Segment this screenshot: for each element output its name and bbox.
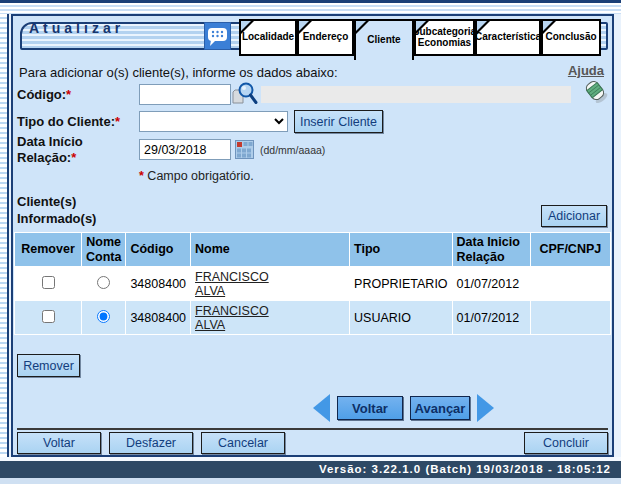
- date-format-hint: (dd/mm/aaaa): [260, 144, 325, 156]
- codigo-label: Código:*: [17, 87, 71, 102]
- calendar-icon[interactable]: [235, 140, 254, 159]
- version-status-bar: Versão: 3.22.1.0 (Batch) 19/03/2018 - 18…: [0, 461, 621, 478]
- client-type: USUARIO: [354, 311, 411, 325]
- required-field-note: * Campo obrigatório.: [139, 169, 254, 183]
- wizard-next-button[interactable]: Avançar: [410, 396, 470, 420]
- codigo-name-readonly-field: [261, 86, 571, 103]
- tab-conclus-o[interactable]: Conclusão: [541, 19, 601, 56]
- client-start-date: 01/07/2012: [457, 311, 520, 325]
- speech-bubble-icon[interactable]: [204, 22, 231, 50]
- data-inicio-input[interactable]: [139, 139, 231, 160]
- account-name-radio[interactable]: [97, 276, 110, 289]
- client-type-select[interactable]: [139, 111, 288, 132]
- footer-under-band: [0, 478, 621, 484]
- tab-caracter-stica[interactable]: Característica: [475, 19, 541, 56]
- intro-text: Para adicionar o(s) cliente(s), informe …: [19, 65, 338, 80]
- main-panel: Atualizar LocalidadeEndereçoClienteSubca…: [11, 14, 614, 457]
- wizard-back-button[interactable]: Voltar: [337, 396, 403, 420]
- col-tipo: Tipo: [350, 233, 452, 266]
- left-striped-band: [0, 14, 9, 457]
- tab-label: Endereço: [303, 32, 349, 43]
- top-striped-band: [0, 3, 621, 14]
- eraser-icon[interactable]: [582, 75, 610, 107]
- tab-label: Cliente: [367, 35, 400, 46]
- cancelar-button[interactable]: Cancelar: [201, 432, 285, 454]
- arrow-right-icon[interactable]: [477, 394, 494, 422]
- client-code: 34808400: [130, 311, 186, 325]
- clients-section-title: Cliente(s) Informado(s): [17, 194, 117, 228]
- client-name-link[interactable]: FRANCISCO ALVA: [195, 304, 290, 332]
- application-window: Atualizar LocalidadeEndereçoClienteSubca…: [0, 0, 621, 484]
- voltar-button[interactable]: Voltar: [17, 432, 101, 454]
- col-data-inicio: Data Inicio Relação: [453, 233, 530, 266]
- adicionar-button[interactable]: Adicionar: [541, 205, 607, 227]
- account-name-radio[interactable]: [97, 310, 110, 323]
- tab-label: Característica: [475, 32, 541, 43]
- divider: [17, 428, 608, 430]
- col-nome-conta: Nome Conta: [82, 233, 125, 266]
- arrow-left-icon[interactable]: [313, 394, 330, 422]
- col-remover: Remover: [15, 233, 81, 266]
- remover-button[interactable]: Remover: [17, 354, 80, 377]
- tipo-cliente-label: Tipo do Cliente:*: [17, 114, 120, 129]
- client-table-body: 34808400FRANCISCO ALVAPROPRIETARIO01/07/…: [15, 267, 610, 334]
- client-start-date: 01/07/2012: [457, 277, 520, 291]
- wizard-nav: Voltar Avançar: [313, 394, 494, 422]
- tab-localidade[interactable]: Localidade: [239, 19, 297, 56]
- tab-endere-o[interactable]: Endereço: [297, 19, 354, 56]
- client-code: 34808400: [130, 277, 186, 291]
- tab-bar: LocalidadeEndereçoClienteSubcategoria Ec…: [239, 19, 601, 59]
- col-cpf-cnpj: CPF/CNPJ: [531, 233, 610, 266]
- inserir-cliente-button[interactable]: Inserir Cliente: [294, 110, 383, 133]
- remove-checkbox[interactable]: [42, 310, 55, 323]
- page-title: Atualizar: [29, 20, 124, 36]
- tab-label: Localidade: [242, 32, 294, 43]
- tab-label: Conclusão: [545, 32, 596, 43]
- table-row: 34808400FRANCISCO ALVAUSUARIO01/07/2012: [15, 301, 610, 334]
- clients-table: Remover Nome Conta Código Nome Tipo Data…: [14, 232, 611, 335]
- search-icon[interactable]: [232, 81, 258, 107]
- tab-subcategoria-economias[interactable]: Subcategoria Economias: [414, 19, 475, 56]
- concluir-button[interactable]: Concluir: [524, 432, 608, 454]
- data-inicio-label: Data Início Relação:*: [17, 134, 103, 167]
- col-codigo: Código: [126, 233, 190, 266]
- table-header-row: Remover Nome Conta Código Nome Tipo Data…: [15, 233, 610, 266]
- desfazer-button[interactable]: Desfazer: [109, 432, 193, 454]
- tab-label: Subcategoria Economias: [414, 27, 475, 48]
- remove-checkbox[interactable]: [42, 276, 55, 289]
- col-nome: Nome: [191, 233, 349, 266]
- client-name-link[interactable]: FRANCISCO ALVA: [195, 270, 290, 298]
- client-type: PROPRIETARIO: [354, 277, 448, 291]
- table-row: 34808400FRANCISCO ALVAPROPRIETARIO01/07/…: [15, 267, 610, 300]
- tab-cliente[interactable]: Cliente: [354, 19, 414, 60]
- codigo-input[interactable]: [139, 84, 231, 105]
